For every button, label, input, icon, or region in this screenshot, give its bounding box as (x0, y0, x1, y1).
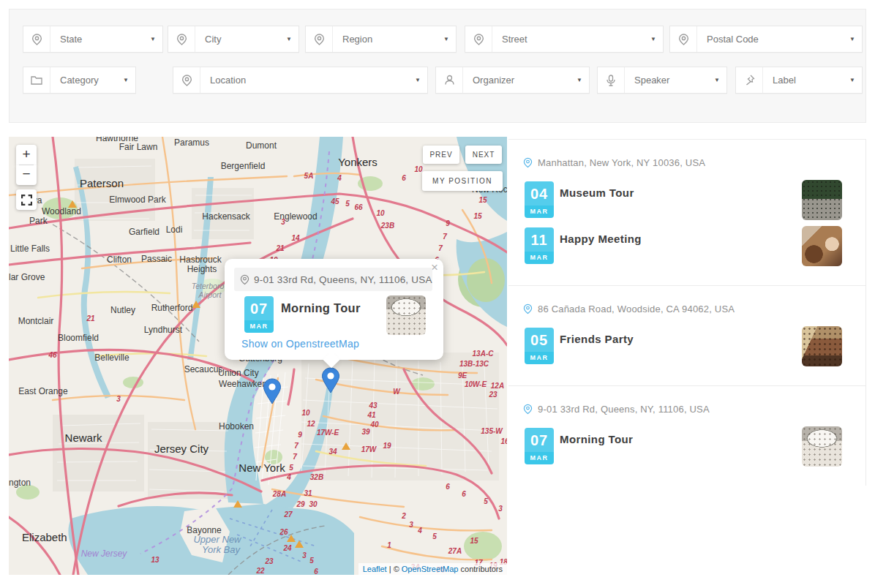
chevron-down-icon: ▼ (570, 67, 589, 93)
svg-text:30: 30 (309, 500, 318, 508)
svg-text:10: 10 (301, 409, 310, 417)
event-thumbnail[interactable] (802, 326, 842, 366)
svg-text:Clifton: Clifton (107, 255, 132, 265)
filter-label-label: Label (763, 67, 843, 93)
filter-region[interactable]: Region ▼ (305, 26, 457, 53)
event-title[interactable]: Museum Tour (560, 186, 634, 199)
svg-text:66: 66 (354, 203, 363, 211)
event-date-badge: 05 MAR (525, 328, 554, 364)
event-item[interactable]: 05 MAR Friends Party (525, 326, 842, 366)
event-date-badge: 04 MAR (525, 181, 554, 218)
group-address: Manhattan, New York, NY 10036, USA (523, 157, 842, 168)
openstreetmap-link[interactable]: OpenStreetMap (402, 565, 459, 573)
svg-text:Bloomfield: Bloomfield (58, 333, 99, 343)
event-item[interactable]: 11 MAR Happy Meeting (525, 226, 842, 266)
fullscreen-button[interactable] (16, 189, 37, 210)
filter-postal-code-label: Postal Code (697, 26, 843, 52)
svg-text:17W-E: 17W-E (317, 429, 339, 437)
svg-text:24: 24 (282, 544, 292, 552)
svg-text:Elizabeth: Elizabeth (22, 531, 67, 543)
event-date-day: 05 (525, 328, 554, 352)
event-group: Manhattan, New York, NY 10036, USA 04 MA… (508, 140, 865, 286)
location-pin-icon (173, 67, 200, 93)
map-popup: × 9-01 33rd Rd, Queens, NY, 11106, USA 0… (225, 259, 443, 360)
filter-speaker[interactable]: Speaker ▼ (597, 67, 727, 94)
svg-text:45: 45 (330, 197, 339, 206)
map-marker[interactable] (321, 367, 340, 393)
event-date-badge: 11 MAR (525, 227, 554, 264)
popup-event-thumbnail[interactable] (386, 295, 426, 335)
zoom-in-button[interactable]: + (16, 145, 37, 165)
map-canvas[interactable]: HawthorneFair LawnParamusDumontBergenfie… (9, 137, 507, 575)
filter-postal-code[interactable]: Postal Code ▼ (669, 26, 863, 53)
svg-text:6: 6 (314, 568, 318, 575)
filter-city[interactable]: City ▼ (168, 26, 299, 53)
event-thumbnail[interactable] (802, 180, 842, 220)
svg-text:28A: 28A (272, 490, 286, 498)
event-date-badge: 07 MAR (525, 428, 554, 464)
filter-street[interactable]: Street ▼ (465, 26, 664, 53)
location-pin-icon (306, 26, 333, 52)
group-address-text: Manhattan, New York, NY 10036, USA (538, 157, 705, 168)
svg-text:23B: 23B (380, 222, 394, 230)
svg-text:Union City: Union City (218, 368, 258, 378)
events-panel: Manhattan, New York, NY 10036, USA 04 MA… (508, 139, 866, 486)
svg-text:21: 21 (86, 314, 95, 323)
zoom-out-button[interactable]: − (16, 165, 37, 185)
svg-text:15: 15 (473, 212, 482, 220)
next-button[interactable]: NEXT (465, 146, 502, 164)
filter-label[interactable]: Label ▼ (735, 67, 863, 94)
svg-text:East Orange: East Orange (18, 386, 68, 396)
location-pin-icon (465, 26, 492, 52)
location-pin-icon (168, 26, 195, 52)
chevron-down-icon: ▼ (644, 26, 663, 52)
group-address-text: 9-01 33rd Rd, Queens, NY, 11106, USA (538, 404, 710, 415)
svg-text:3: 3 (302, 551, 307, 559)
location-pin-icon (523, 157, 533, 168)
svg-text:W: W (393, 388, 401, 396)
svg-text:19: 19 (383, 442, 391, 450)
event-title[interactable]: Friends Party (560, 333, 634, 345)
show-on-openstreetmap-link[interactable]: Show on OpenstreetMap (241, 338, 359, 350)
svg-text:23: 23 (488, 391, 497, 399)
svg-text:Fair Lawn: Fair Lawn (119, 142, 158, 152)
chevron-down-icon: ▼ (843, 26, 862, 52)
svg-text:32B: 32B (310, 473, 323, 481)
svg-text:27: 27 (283, 510, 293, 519)
svg-text:Hasbrouck: Hasbrouck (179, 255, 222, 265)
event-item[interactable]: 07 MAR Morning Tour (525, 426, 842, 467)
filter-organizer[interactable]: Organizer ▼ (435, 67, 590, 94)
event-title[interactable]: Happy Meeting (560, 233, 642, 245)
svg-text:39: 39 (361, 428, 370, 436)
attribution-suffix: contributors (458, 565, 503, 573)
svg-text:43: 43 (368, 402, 378, 410)
prev-button[interactable]: PREV (423, 146, 459, 164)
pushpin-icon (736, 67, 763, 93)
filter-location-label: Location (200, 67, 408, 93)
svg-text:7: 7 (293, 453, 297, 461)
map-marker[interactable] (263, 378, 282, 404)
filter-state[interactable]: State ▼ (23, 26, 163, 53)
event-item[interactable]: 04 MAR Museum Tour (525, 180, 842, 220)
my-position-button[interactable]: MY POSITION (422, 171, 503, 191)
leaflet-link[interactable]: Leaflet (363, 565, 387, 573)
event-title[interactable]: Morning Tour (560, 433, 633, 445)
svg-text:6: 6 (446, 483, 450, 491)
svg-text:3: 3 (498, 505, 503, 513)
filter-category-label: Category (50, 67, 116, 93)
location-pin-icon (23, 26, 50, 52)
event-date-month: MAR (525, 252, 554, 264)
chevron-down-icon: ▼ (143, 26, 162, 52)
popup-event-title[interactable]: Morning Tour (281, 301, 361, 315)
svg-text:New York: New York (239, 461, 285, 474)
event-thumbnail[interactable] (802, 226, 842, 266)
filter-category[interactable]: Category ▼ (23, 67, 136, 94)
event-thumbnail[interactable] (802, 426, 842, 467)
svg-text:Passaic: Passaic (141, 254, 172, 264)
svg-text:46: 46 (48, 351, 57, 359)
group-address: 86 Cañada Road, Woodside, CA 94062, USA (523, 304, 842, 314)
svg-text:6: 6 (402, 174, 406, 182)
person-icon (436, 67, 463, 93)
svg-text:135-W: 135-W (481, 427, 503, 435)
filter-location[interactable]: Location ▼ (173, 67, 428, 94)
